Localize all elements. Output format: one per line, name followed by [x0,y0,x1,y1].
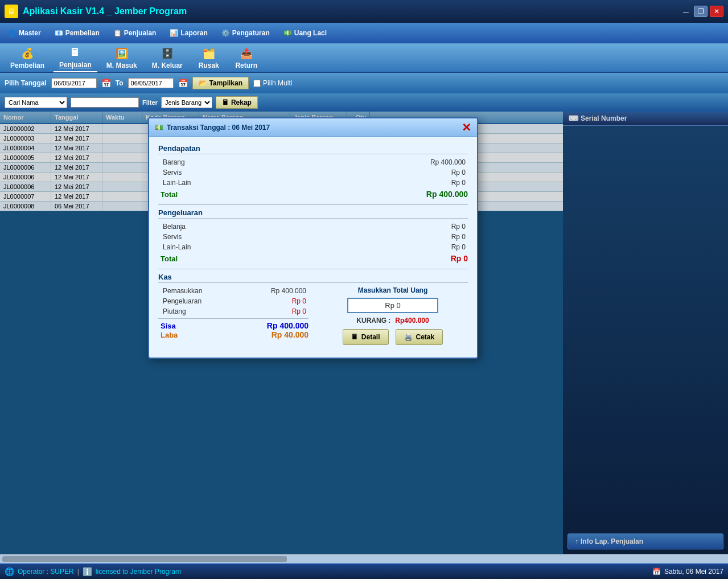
to-label: To [116,79,124,87]
cari-input[interactable] [71,97,139,108]
pendapatan-servis-value: Rp 0 [451,169,468,176]
modal-title-area: 💵 Transaksi Tanggal : 06 Mei 2017 [155,124,270,132]
laporan-icon: 📊 [170,29,178,37]
cetak-button[interactable]: 🖨️ Cetak [396,329,443,345]
menu-pembelian-label: Pembelian [65,29,100,37]
kas-left-panel: Pemasukkan Rp 400.000 Pengeluaran Rp 0 P… [158,286,309,345]
masukkan-total-label: Masukkan Total Uang [358,286,427,294]
tampilkan-button[interactable]: 📂 Tampilkan [192,77,249,89]
date-from-input[interactable] [51,78,97,88]
menu-master[interactable]: 👤 Master [2,27,47,39]
pembelian-toolbar-icon: 💰 [19,47,35,60]
kas-sisa-row: Sisa Rp 400.000 [158,318,309,330]
tampilkan-folder-icon: 📂 [199,79,207,87]
status-globe-icon: 🌐 [5,567,14,576]
rekap-button[interactable]: 🖩 Rekap [216,96,258,109]
kas-piutang-label: Piutang [158,307,186,315]
toolbar-penjualan[interactable]: 🖩 Penjualan [54,44,97,72]
pengeluaran-lain-value: Rp 0 [451,243,468,251]
pengeluaran-lain-label: Lain-Lain [158,243,191,251]
minimize-button[interactable]: — [680,7,692,16]
cari-select[interactable]: Cari Nama [5,97,67,108]
scrollbar-thumb[interactable] [2,556,287,562]
toolbar-rusak-label: Rusak [199,61,219,69]
toolbar-m-masuk-label: M. Masuk [106,61,137,69]
detail-button[interactable]: 🖩 Detail [343,329,389,345]
toolbar-m-keluar[interactable]: 🗄️ M. Keluar [146,44,188,72]
pendapatan-lain-row: Lain-Lain Rp 0 [158,178,468,187]
menu-uang-laci-label: Uang Laci [294,29,327,37]
filter-bar-1: Pilih Tanggal 📅 To 📅 📂 Tampilkan Pilih M… [0,73,728,93]
menu-laporan-label: Laporan [180,29,207,37]
kas-pemasukkan-row: Pemasukkan Rp 400.000 [158,286,309,295]
toolbar: 💰 Pembelian 🖩 Penjualan 🖼️ M. Masuk 🗄️ M… [0,43,728,73]
kas-laba-label: Laba [158,331,178,339]
title-bar-controls: — ❐ ✕ [680,6,723,17]
menu-laporan[interactable]: 📊 Laporan [164,27,213,39]
kas-right-panel: Masukkan Total Uang KURANG : Rp400.000 🖩… [318,286,468,345]
pengeluaran-section: Pengeluaran Belanja Rp 0 Servis Rp 0 Lai… [158,208,468,263]
divider-2 [158,269,468,269]
penjualan-toolbar-icon: 🖩 [67,46,83,60]
app-icon: 🖥 [5,5,18,18]
kas-pemasukkan-label: Pemasukkan [158,287,202,295]
kas-laba-value: Rp 40.000 [272,330,309,339]
toolbar-penjualan-label: Penjualan [59,61,92,69]
kas-piutang-value: Rp 0 [292,307,309,315]
master-icon: 👤 [8,29,17,37]
toolbar-return-label: Return [235,61,257,69]
pendapatan-title: Pendapatan [158,144,468,154]
detail-icon: 🖩 [351,333,358,341]
pengeluaran-total-value: Rp 0 [451,254,468,263]
rekap-icon: 🖩 [222,98,229,106]
menu-pengaturan-label: Pengaturan [232,29,270,37]
action-row: 🖩 Detail 🖨️ Cetak [343,329,443,345]
pengeluaran-servis-row: Servis Rp 0 [158,232,468,241]
pembelian-icon: 📧 [55,29,63,37]
pengeluaran-belanja-label: Belanja [158,223,186,231]
restore-button[interactable]: ❐ [694,6,708,17]
menu-uang-laci[interactable]: 💵 Uang Laci [278,27,332,39]
filter-bar-2: Cari Nama Filter Jenis Barang 🖩 Rekap [0,93,728,112]
menu-pengaturan[interactable]: ⚙️ Pengaturan [216,27,275,39]
jenis-select[interactable]: Jenis Barang [161,97,212,108]
kas-piutang-row: Piutang Rp 0 [158,307,309,316]
toolbar-return[interactable]: 📤 Return [229,44,264,72]
toolbar-rusak[interactable]: 🗂️ Rusak [192,44,226,72]
pengeluaran-total-label: Total [158,254,178,263]
pendapatan-lain-label: Lain-Lain [158,179,191,187]
date-to-input[interactable] [128,78,174,88]
pilih-multi-label: Pilih Multi [263,79,292,87]
status-left: 🌐 Operator : SUPER | ℹ️ licensed to Jemb… [5,567,181,576]
menu-pembelian[interactable]: 📧 Pembelian [49,27,105,39]
penjualan-icon: 📋 [113,29,122,37]
pengeluaran-title: Pengeluaran [158,208,468,219]
modal-title-text: Transaksi Tanggal : 06 Mei 2017 [167,124,270,132]
divider-1 [158,204,468,205]
kas-pengeluaran-value: Rp 0 [292,297,309,305]
kas-pengeluaran-row: Pengeluaran Rp 0 [158,297,309,306]
pengaturan-icon: ⚙️ [221,29,230,37]
toolbar-pembelian-label: Pembelian [10,61,44,69]
total-uang-input[interactable] [347,298,438,313]
pilih-multi-checkbox-group: Pilih Multi [253,79,292,87]
pendapatan-servis-row: Servis Rp 0 [158,168,468,177]
close-button[interactable]: ✕ [710,6,723,17]
kas-sisa-value: Rp 400.000 [267,321,309,330]
pengeluaran-total-row: Total Rp 0 [158,254,468,263]
modal-cash-icon: 💵 [155,124,163,132]
menu-penjualan[interactable]: 📋 Penjualan [108,27,162,39]
pengeluaran-servis-label: Servis [158,233,182,241]
pilih-multi-checkbox[interactable] [253,80,261,87]
horizontal-scrollbar[interactable] [0,554,728,563]
menu-penjualan-label: Penjualan [124,29,157,37]
status-bar: 🌐 Operator : SUPER | ℹ️ licensed to Jemb… [0,563,728,579]
toolbar-m-masuk[interactable]: 🖼️ M. Masuk [101,44,143,72]
modal-close-button[interactable]: ✕ [462,122,471,133]
pendapatan-barang-label: Barang [158,158,185,166]
modal-header: 💵 Transaksi Tanggal : 06 Mei 2017 ✕ [149,118,477,137]
toolbar-pembelian[interactable]: 💰 Pembelian [5,44,50,72]
return-toolbar-icon: 📤 [238,47,254,60]
kurang-row: KURANG : Rp400.000 [356,317,429,325]
pendapatan-lain-value: Rp 0 [451,179,468,187]
